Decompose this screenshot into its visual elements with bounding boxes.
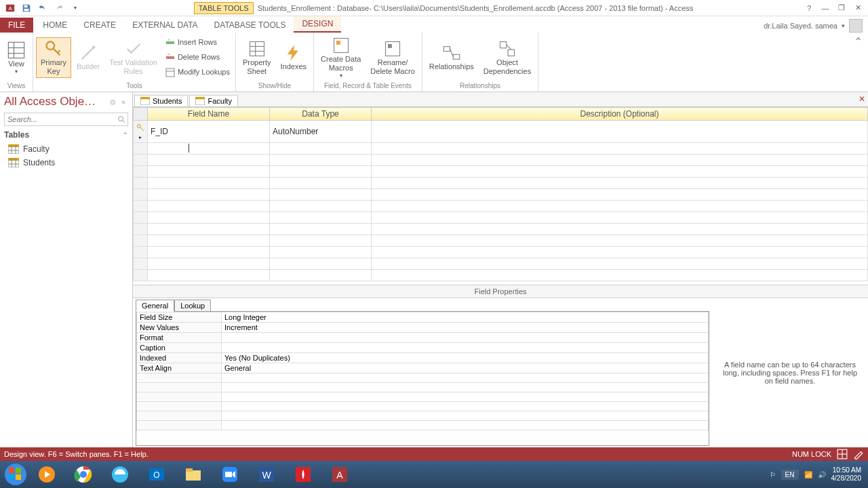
row-selector[interactable] [134, 166, 148, 178]
minimize-icon[interactable]: — [818, 1, 833, 15]
description-cell[interactable] [372, 258, 868, 270]
relationships-button[interactable]: Relationships [425, 42, 478, 73]
collapse-group-icon[interactable]: ⌃ [123, 131, 128, 138]
col-data-type[interactable]: Data Type [270, 108, 372, 121]
data-type-cell[interactable] [270, 247, 372, 258]
props-tab-lookup[interactable]: Lookup [174, 300, 211, 312]
field-name-cell[interactable] [148, 212, 270, 224]
prop-value[interactable]: Yes (No Duplicates) [222, 353, 709, 363]
taskbar-word[interactable]: W [250, 463, 283, 486]
taskbar-outlook[interactable]: O [140, 463, 174, 486]
field-name-cell[interactable] [148, 258, 270, 270]
nav-item-students[interactable]: Students [0, 156, 132, 169]
row-selector[interactable] [134, 189, 148, 201]
prop-value[interactable]: Long Integer [222, 312, 709, 323]
tab-file[interactable]: FILE [0, 18, 33, 33]
row-selector[interactable] [134, 143, 148, 155]
description-cell[interactable] [372, 201, 868, 212]
description-cell[interactable] [372, 166, 868, 178]
tray-flag-icon[interactable]: ⚐ [770, 471, 776, 479]
primary-key-button[interactable]: Primary Key [36, 37, 71, 78]
field-name-cell[interactable]: F_ID [148, 121, 270, 143]
prop-value[interactable] [222, 343, 709, 353]
field-name-cell[interactable] [148, 235, 270, 247]
data-type-cell[interactable] [270, 189, 372, 201]
user-dropdown-icon[interactable]: ▾ [842, 22, 845, 29]
indexes-button[interactable]: Indexes [277, 42, 311, 73]
row-selector[interactable] [134, 212, 148, 224]
close-icon[interactable]: ✕ [850, 1, 865, 15]
delete-rows-button[interactable]: × Delete Rows [163, 50, 233, 65]
row-selector[interactable]: ▸ [134, 121, 148, 143]
taskbar-acrobat[interactable] [286, 463, 320, 486]
taskbar-zoom[interactable] [213, 463, 247, 486]
doc-tab-faculty[interactable]: Faculty [189, 95, 237, 106]
view-button[interactable]: View ▾ [3, 39, 30, 77]
field-name-cell[interactable] [148, 178, 270, 189]
row-selector[interactable] [134, 178, 148, 189]
col-description[interactable]: Description (Optional) [372, 108, 868, 121]
taskbar-ie[interactable] [103, 463, 137, 486]
data-type-cell[interactable] [270, 258, 372, 270]
access-app-icon[interactable]: A [3, 1, 18, 15]
taskbar-chrome[interactable] [66, 463, 100, 486]
nav-item-faculty[interactable]: Faculty [0, 142, 132, 156]
tab-home[interactable]: HOME [35, 18, 75, 33]
qat-dropdown-icon[interactable]: ▾ [68, 1, 83, 15]
taskbar-explorer[interactable] [176, 463, 210, 486]
row-selector[interactable] [134, 270, 148, 281]
undo-icon[interactable] [35, 1, 50, 15]
user-name[interactable]: dr.Laila Sayed. samea [764, 22, 837, 30]
restore-icon[interactable]: ❐ [834, 1, 849, 15]
tab-external-data[interactable]: EXTERNAL DATA [124, 18, 205, 33]
data-type-cell[interactable]: AutoNumber [270, 121, 372, 143]
save-icon[interactable] [19, 1, 34, 15]
view-design-icon[interactable] [853, 449, 864, 460]
tray-network-icon[interactable]: 📶 [804, 471, 812, 479]
props-tab-general[interactable]: General [136, 300, 174, 312]
row-selector[interactable] [134, 247, 148, 258]
search-icon[interactable] [115, 113, 127, 125]
create-data-macros-button[interactable]: Create Data Macros ▾ [317, 35, 365, 81]
tray-clock[interactable]: 10:50 AM 4/28/2020 [831, 466, 862, 483]
taskbar-access[interactable]: A [323, 463, 357, 486]
row-selector[interactable] [134, 224, 148, 235]
nav-dropdown-icon[interactable]: ⊙ [108, 97, 117, 106]
search-input[interactable] [5, 115, 115, 123]
nav-search[interactable] [4, 113, 128, 126]
field-name-cell[interactable] [148, 143, 270, 155]
taskbar-media-player[interactable] [30, 463, 64, 486]
description-cell[interactable] [372, 212, 868, 224]
row-selector[interactable] [134, 235, 148, 247]
prop-value[interactable] [222, 333, 709, 343]
field-name-cell[interactable] [148, 247, 270, 258]
field-name-cell[interactable] [148, 270, 270, 281]
description-cell[interactable] [372, 121, 868, 143]
tab-design[interactable]: DESIGN [294, 16, 341, 33]
description-cell[interactable] [372, 189, 868, 201]
field-name-cell[interactable] [148, 166, 270, 178]
modify-lookups-button[interactable]: Modify Lookups [163, 65, 233, 80]
field-name-cell[interactable] [148, 189, 270, 201]
start-button[interactable] [3, 462, 28, 487]
tray-volume-icon[interactable]: 🔊 [818, 471, 826, 479]
data-type-cell[interactable] [270, 201, 372, 212]
data-type-cell[interactable] [270, 212, 372, 224]
close-tab-icon[interactable]: ✕ [859, 94, 865, 104]
description-cell[interactable] [372, 178, 868, 189]
prop-value[interactable]: Increment [222, 323, 709, 333]
test-validation-button[interactable]: Test Validation Rules [105, 38, 161, 77]
property-sheet-button[interactable]: Property Sheet [239, 38, 275, 77]
description-cell[interactable] [372, 270, 868, 281]
tray-language[interactable]: EN [781, 470, 799, 480]
nav-collapse-icon[interactable]: « [119, 97, 128, 106]
tab-database-tools[interactable]: DATABASE TOOLS [206, 18, 294, 33]
data-type-cell[interactable] [270, 155, 372, 166]
description-cell[interactable] [372, 155, 868, 166]
data-type-cell[interactable] [270, 235, 372, 247]
prop-value[interactable]: General [222, 363, 709, 373]
nav-pane-title[interactable]: All Access Obje… [4, 95, 108, 108]
description-cell[interactable] [372, 247, 868, 258]
doc-tab-students[interactable]: Students [134, 95, 188, 106]
field-name-cell[interactable] [148, 155, 270, 166]
